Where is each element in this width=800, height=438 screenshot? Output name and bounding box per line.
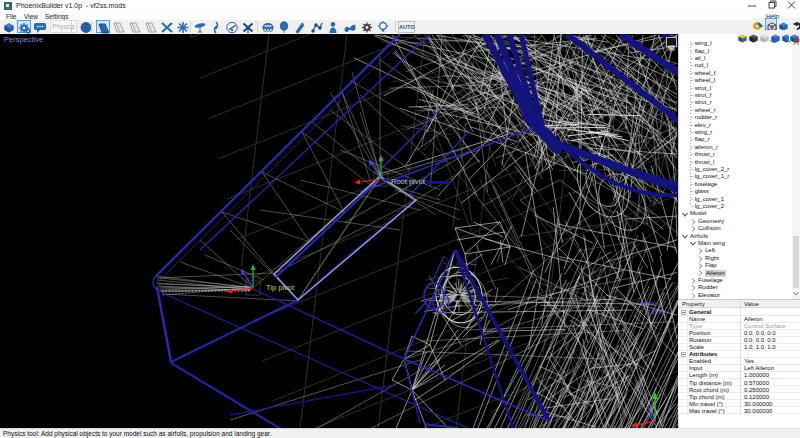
svg-text:0.80 m: 0.80 m <box>647 309 664 315</box>
svg-text:Root pivot: Root pivot <box>391 177 426 186</box>
svg-text:198.02 u: 198.02 u <box>640 301 661 307</box>
svg-text:Tip pivot: Tip pivot <box>266 283 295 292</box>
